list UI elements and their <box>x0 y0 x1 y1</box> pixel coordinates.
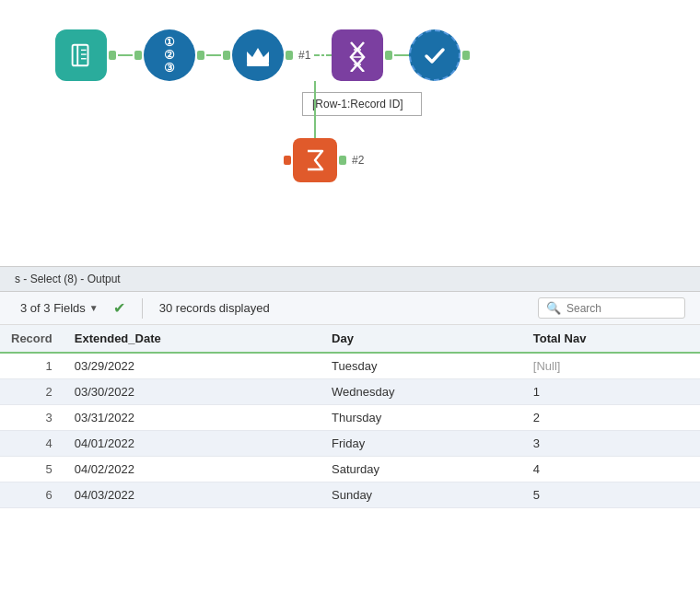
cell-day: Wednesday <box>321 379 522 405</box>
cell-extended-date: 03/30/2022 <box>64 379 321 405</box>
hash2-label: #2 <box>352 154 364 167</box>
svg-rect-5 <box>247 63 269 66</box>
cell-day: Thursday <box>321 405 522 431</box>
records-count-label: 30 records displayed <box>159 301 270 315</box>
svg-rect-0 <box>73 45 88 66</box>
cell-day: Sunday <box>321 482 522 508</box>
col-header-total-nav: Total Nav <box>522 325 700 353</box>
table-row: 404/01/2022Friday3 <box>0 431 700 457</box>
node-dna[interactable] <box>332 29 383 81</box>
check-icon: ✔ <box>113 299 125 317</box>
data-table: Record Extended_Date Day Total Nav 103/2… <box>0 325 700 508</box>
cell-extended-date: 03/29/2022 <box>64 353 321 379</box>
node-numbers[interactable]: ① ② ③ <box>144 29 195 81</box>
chevron-down-icon: ▼ <box>89 303 99 313</box>
cell-record: 5 <box>0 457 64 482</box>
sigma-row: #2 <box>284 138 368 182</box>
cell-extended-date: 04/01/2022 <box>64 431 321 457</box>
cell-day: Friday <box>321 431 522 457</box>
cell-record: 3 <box>0 405 64 431</box>
cell-total-nav: 3 <box>522 431 700 457</box>
cell-total-nav: 5 <box>522 482 700 508</box>
data-table-container: Record Extended_Date Day Total Nav 103/2… <box>0 325 700 616</box>
cell-extended-date: 04/02/2022 <box>64 457 321 482</box>
search-icon: 🔍 <box>546 301 561 315</box>
cell-record: 2 <box>0 379 64 405</box>
cell-total-nav: [Null] <box>522 353 700 379</box>
table-row: 203/30/2022Wednesday1 <box>0 379 700 405</box>
panel-toolbar: 3 of 3 Fields ▼ ✔ 30 records displayed 🔍 <box>0 292 700 325</box>
cell-extended-date: 04/03/2022 <box>64 482 321 508</box>
toolbar-divider <box>142 298 143 319</box>
fields-dropdown-button[interactable]: 3 of 3 Fields ▼ <box>15 298 104 318</box>
col-header-record: Record <box>0 325 64 353</box>
table-row: 103/29/2022Tuesday[Null] <box>0 353 700 379</box>
bottom-panel: s - Select (8) - Output 3 of 3 Fields ▼ … <box>0 267 700 616</box>
node-check[interactable] <box>409 29 461 81</box>
record-id-box: [Row-1:Record ID] <box>293 92 422 116</box>
search-input[interactable] <box>566 302 677 315</box>
cell-day: Saturday <box>321 457 522 482</box>
hash1-label: #1 <box>298 49 310 62</box>
panel-header: s - Select (8) - Output <box>0 267 700 292</box>
table-row: 303/31/2022Thursday2 <box>0 405 700 431</box>
cell-total-nav: 1 <box>522 379 700 405</box>
table-row: 604/03/2022Sunday5 <box>0 482 700 508</box>
cell-total-nav: 4 <box>522 457 700 482</box>
branch-line-vertical <box>314 81 316 138</box>
search-box[interactable]: 🔍 <box>538 297 685 319</box>
node-book[interactable] <box>55 29 107 81</box>
cell-total-nav: 2 <box>522 405 700 431</box>
table-row: 504/02/2022Saturday4 <box>0 457 700 482</box>
cell-record: 6 <box>0 482 64 508</box>
col-header-extended-date: Extended_Date <box>64 325 321 353</box>
cell-record: 1 <box>0 353 64 379</box>
fields-label: 3 of 3 Fields <box>20 301 86 315</box>
node-crown[interactable] <box>232 29 284 81</box>
cell-day: Tuesday <box>321 353 522 379</box>
cell-extended-date: 03/31/2022 <box>64 405 321 431</box>
record-id-label: [Row-1:Record ID] <box>312 98 403 110</box>
workflow-canvas: ① ② ③ #1 <box>0 0 700 267</box>
col-header-day: Day <box>321 325 522 353</box>
node-sigma[interactable] <box>293 138 337 182</box>
panel-header-text: s - Select (8) - Output <box>15 273 121 285</box>
cell-record: 4 <box>0 431 64 457</box>
